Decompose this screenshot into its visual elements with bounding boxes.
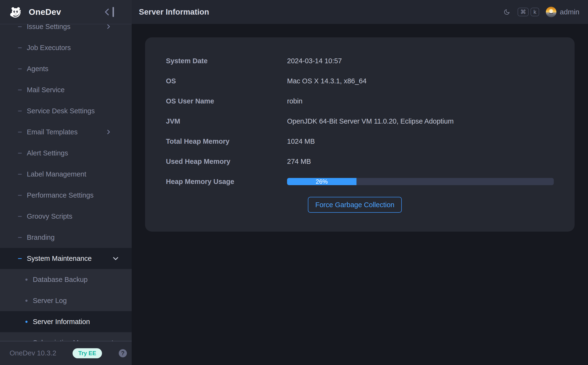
- sidebar-item-job-executors[interactable]: Job Executors: [0, 37, 132, 58]
- info-row-system-date: System Date 2024-03-14 10:57: [166, 51, 554, 71]
- topbar-actions: ⌘ k admin: [504, 7, 579, 17]
- row-value: robin: [287, 97, 303, 105]
- info-row-os-user-name: OS User Name robin: [166, 91, 554, 111]
- row-label: Total Heap Memory: [166, 137, 287, 145]
- sidebar-item-service-desk-settings[interactable]: Service Desk Settings: [0, 100, 132, 121]
- sidebar-item-database-backup[interactable]: Database Backup: [0, 269, 132, 290]
- moon-icon[interactable]: [504, 9, 510, 15]
- row-label: JVM: [166, 117, 287, 125]
- row-value: OpenJDK 64-Bit Server VM 11.0.20, Eclips…: [287, 117, 454, 125]
- sidebar-item-label: Alert Settings: [27, 149, 68, 157]
- sidebar-item-label: Mail Service: [27, 86, 65, 94]
- sidebar-item-label: Groovy Scripts: [27, 212, 72, 220]
- heap-usage-progressbar: 26%: [287, 178, 554, 185]
- row-value: Mac OS X 14.3.1, x86_64: [287, 77, 367, 85]
- gc-button-row: Force Garbage Collection: [308, 197, 554, 213]
- dash-icon: [18, 69, 22, 69]
- chevron-down-icon: [112, 255, 119, 262]
- chevron-right-icon: [105, 24, 111, 30]
- bullet-icon: [25, 321, 28, 323]
- row-value: 1024 MB: [287, 137, 315, 145]
- dash-icon: [18, 90, 22, 90]
- username-label[interactable]: admin: [560, 8, 579, 16]
- sidebar-item-label: Database Backup: [33, 276, 88, 284]
- sidebar-header: OneDev: [0, 0, 132, 24]
- sidebar-item-alert-settings[interactable]: Alert Settings: [0, 142, 132, 164]
- cmd-key-icon[interactable]: ⌘: [518, 8, 529, 16]
- sidebar-item-server-information[interactable]: Server Information: [0, 311, 132, 332]
- server-info-card: System Date 2024-03-14 10:57 OS Mac OS X…: [145, 37, 574, 232]
- info-row-heap-memory-usage: Heap Memory Usage 26%: [166, 171, 554, 192]
- sidebar-item-subscription-management[interactable]: Subscription Management: [0, 332, 132, 341]
- info-row-jvm: JVM OpenJDK 64-Bit Server VM 11.0.20, Ec…: [166, 111, 554, 131]
- info-row-used-heap-memory: Used Heap Memory 274 MB: [166, 151, 554, 171]
- onedev-logo-icon[interactable]: [9, 6, 22, 18]
- collapse-bar-icon: [112, 7, 114, 17]
- row-value: 274 MB: [287, 158, 311, 166]
- sidebar-item-label: Service Desk Settings: [27, 107, 95, 115]
- dash-icon: [18, 47, 22, 48]
- row-label: Used Heap Memory: [166, 158, 287, 166]
- dash-icon: [18, 111, 22, 111]
- sidebar-item-label: Issue Settings: [27, 24, 70, 31]
- row-label: OS User Name: [166, 97, 287, 105]
- sidebar-item-groovy-scripts[interactable]: Groovy Scripts: [0, 206, 132, 227]
- sidebar-item-mail-service[interactable]: Mail Service: [0, 79, 132, 100]
- sidebar-item-label: Server Log: [33, 297, 67, 305]
- dash-icon: [18, 258, 22, 259]
- info-row-total-heap-memory: Total Heap Memory 1024 MB: [166, 131, 554, 151]
- dash-icon: [18, 132, 22, 133]
- sidebar-item-server-log[interactable]: Server Log: [0, 290, 132, 311]
- sidebar-item-label: Job Executors: [27, 44, 71, 52]
- sidebar-item-label: Performance Settings: [27, 191, 94, 199]
- heap-usage-fill: 26%: [287, 178, 356, 185]
- sidebar-footer: OneDev 10.3.2 Try EE ?: [0, 341, 132, 365]
- heap-usage-percent-label: 26%: [316, 178, 328, 185]
- main-content: System Date 2024-03-14 10:57 OS Mac OS X…: [132, 24, 588, 365]
- sidebar-item-branding[interactable]: Branding: [0, 227, 132, 248]
- sidebar-item-label: Label Management: [27, 170, 86, 178]
- row-value: 2024-03-14 10:57: [287, 57, 342, 65]
- dash-icon: [18, 174, 22, 175]
- dash-icon: [18, 26, 22, 27]
- bullet-icon: [25, 300, 28, 302]
- sidebar-menu: Issue Settings Job Executors Agents Mail…: [0, 24, 132, 341]
- avatar[interactable]: [546, 7, 556, 17]
- dash-icon: [18, 195, 22, 196]
- dash-icon: [18, 216, 22, 217]
- sidebar-item-performance-settings[interactable]: Performance Settings: [0, 185, 132, 206]
- chevron-right-icon: [105, 129, 111, 135]
- sidebar: OneDev Issue Settings Job: [0, 0, 132, 365]
- app-title[interactable]: OneDev: [29, 7, 61, 17]
- sidebar-item-label: Server Information: [33, 318, 90, 326]
- sidebar-item-label: Agents: [27, 65, 48, 73]
- avatar-hull: [549, 13, 553, 14]
- sidebar-item-system-maintenance[interactable]: System Maintenance: [0, 248, 132, 269]
- system-maintenance-submenu: Database Backup Server Log Server Inform…: [0, 269, 132, 341]
- dash-icon: [18, 153, 22, 154]
- try-ee-badge[interactable]: Try EE: [73, 348, 102, 358]
- row-label: OS: [166, 77, 287, 85]
- dash-icon: [18, 237, 22, 238]
- sidebar-item-label: System Maintenance: [27, 255, 92, 262]
- version-label: OneDev 10.3.2: [10, 349, 56, 357]
- row-label: System Date: [166, 57, 287, 65]
- sidebar-item-label: Email Templates: [27, 128, 77, 136]
- sidebar-item-label-management[interactable]: Label Management: [0, 164, 132, 185]
- sidebar-item-issue-settings[interactable]: Issue Settings: [0, 24, 132, 37]
- bullet-icon: [25, 279, 28, 281]
- topbar: Server Information ⌘ k admin: [132, 0, 588, 24]
- chevron-left-icon: [103, 7, 111, 17]
- sidebar-collapse-button[interactable]: [103, 7, 114, 17]
- force-garbage-collection-button[interactable]: Force Garbage Collection: [308, 197, 402, 213]
- info-row-os: OS Mac OS X 14.3.1, x86_64: [166, 71, 554, 91]
- row-label: Heap Memory Usage: [166, 178, 287, 186]
- sidebar-item-label: Branding: [27, 233, 55, 241]
- help-icon[interactable]: ?: [119, 349, 127, 357]
- sidebar-item-agents[interactable]: Agents: [0, 58, 132, 79]
- sidebar-item-email-templates[interactable]: Email Templates: [0, 121, 132, 142]
- sidebar-item-label: Subscription Management: [33, 339, 113, 341]
- k-key-icon[interactable]: k: [531, 8, 539, 16]
- app-root: OneDev Issue Settings Job: [0, 0, 588, 365]
- page-title: Server Information: [139, 7, 209, 16]
